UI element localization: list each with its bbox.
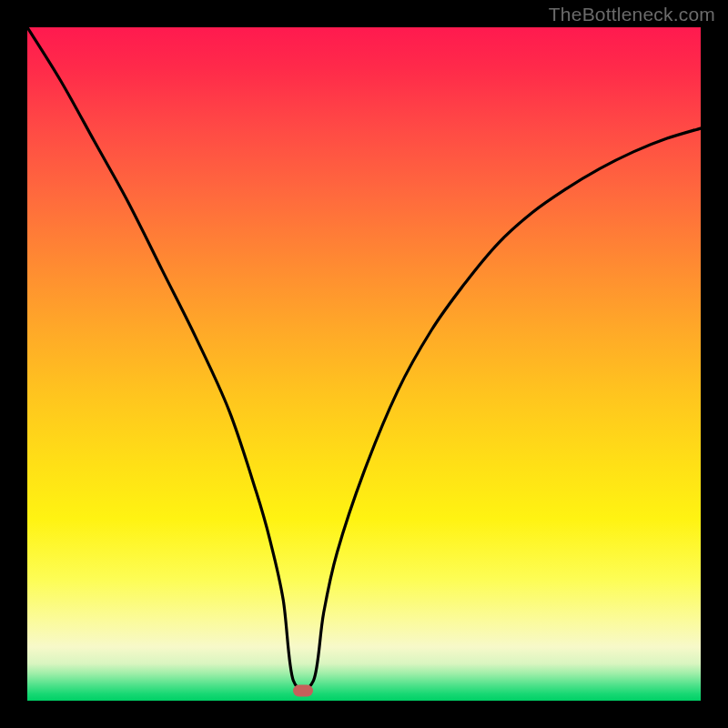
attribution-text: TheBottleneck.com (549, 4, 715, 25)
optimal-point-marker (293, 684, 313, 696)
bottleneck-curve (27, 27, 701, 701)
plot-area (27, 27, 701, 701)
chart-frame: TheBottleneck.com (0, 0, 728, 728)
curve-path (27, 27, 701, 690)
